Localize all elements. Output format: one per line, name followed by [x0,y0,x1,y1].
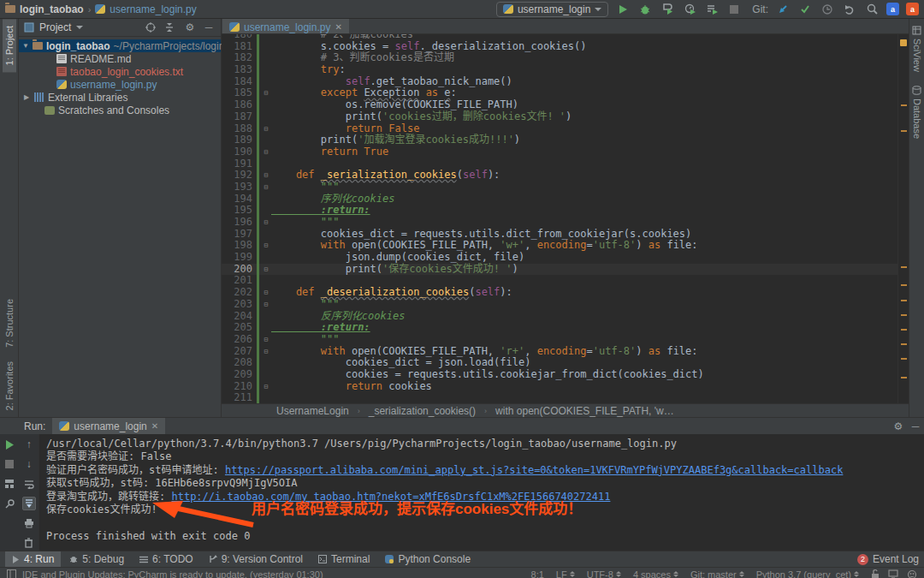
plugin-icon-blue[interactable]: a [886,3,899,15]
line-number[interactable]: 200 [222,264,252,276]
status-item-git-master[interactable]: Git: master [690,569,744,578]
history-button[interactable] [820,2,835,17]
bottom-tab-python-console[interactable]: Python Console [378,551,477,568]
run-concurrency-button[interactable] [704,2,720,17]
stop-button[interactable] [726,2,742,17]
line-number[interactable]: 181 [222,41,252,53]
status-item-python-3-7-query-cet-[interactable]: Python 3.7 (query_cet) [756,569,859,578]
tree-expand-icon[interactable]: ▼ [22,42,29,50]
tree-item-login-taobao[interactable]: ▼login_taobao ~/PycharmProjects/login_ta… [19,39,221,52]
breadcrumb-item[interactable]: with open(COOKIES_FILE_PATH, 'w… [495,405,674,417]
error-stripe-mark[interactable] [901,358,907,360]
breadcrumb-item[interactable]: _serialization_cookies() [369,405,476,417]
line-number[interactable]: 202 [222,287,252,299]
tree-expand-icon[interactable]: ▶ [22,93,31,101]
line-number[interactable]: 199 [222,252,252,264]
line-number[interactable]: 186 [222,99,252,111]
editor-tab-username-login[interactable]: username_login.py ✕ [222,19,349,33]
line-number[interactable]: 197 [222,229,252,241]
soft-wrap-icon[interactable] [22,477,36,491]
status-message[interactable]: IDE and Plugin Updates: PyCharm is ready… [22,569,323,578]
line-number[interactable]: 184 [222,76,252,88]
line-number[interactable]: 209 [222,369,252,381]
error-stripe-mark[interactable] [901,377,907,378]
bottom-tab-terminal[interactable]: Terminal [311,551,376,568]
fold-toggle-icon[interactable]: ⊟ [261,287,271,299]
console-link[interactable]: https://passport.alibaba.com/mini_apply_… [225,464,843,476]
fold-toggle-icon[interactable]: ⊟ [261,87,271,99]
tool-tab-database[interactable]: Database [911,79,923,146]
line-number[interactable]: 189 [222,134,252,146]
line-number[interactable]: 183 [222,64,252,76]
search-everywhere-icon[interactable] [864,2,880,17]
error-stripe-mark[interactable] [901,343,907,345]
fold-toggle-icon[interactable]: ⊟ [261,264,271,276]
bottom-tab-9-version-control[interactable]: 9: Version Control [202,551,310,568]
error-stripe-mark[interactable] [901,266,907,268]
event-log-button[interactable]: 2Event Log [857,553,919,565]
bottom-tab-5-debug[interactable]: 5: Debug [62,551,131,568]
tree-item-username-login-py[interactable]: username_login.py [19,78,221,91]
error-stripe-mark[interactable] [901,104,907,106]
line-number[interactable]: 205 [222,322,252,334]
breadcrumb-project[interactable]: login_taobao [20,3,84,15]
close-tab-icon[interactable]: ✕ [151,421,158,431]
clear-console-icon[interactable] [22,536,36,550]
close-tab-icon[interactable]: ✕ [335,22,341,32]
line-number[interactable]: 203 [222,299,252,311]
status-item-4-spaces[interactable]: 4 spaces [633,569,678,578]
up-stack-trace-icon[interactable]: ↑ [22,438,36,451]
fold-toggle-icon[interactable]: ⊟ [261,240,271,252]
fold-toggle-icon[interactable]: ⊟ [261,123,271,135]
restore-layout-icon[interactable] [3,477,16,491]
stop-button[interactable] [3,457,16,471]
line-number[interactable]: 196 [222,217,252,229]
tree-item-external-libraries[interactable]: ▶External Libraries [19,91,221,104]
tool-tab-favorites[interactable]: 2: Favorites [3,355,16,417]
line-number[interactable]: 195 [222,205,252,217]
plugin-icon-orange[interactable]: a [906,3,919,15]
fold-toggle-icon[interactable]: ⊟ [261,146,271,158]
line-number[interactable]: 208 [222,357,252,369]
line-number[interactable]: 211 [222,392,252,403]
bottom-tab-4-run[interactable]: 4: Run [5,551,61,568]
code-editor-surface[interactable]: 180 # 2、加载cookies181 s.cookies = self._d… [222,34,897,403]
line-number[interactable]: 190 [222,146,252,158]
project-panel-title[interactable]: Project [39,21,71,33]
line-number[interactable]: 182 [222,52,252,64]
tool-tab-sciview[interactable]: SciView [911,19,923,79]
run-configuration-select[interactable]: username_login [496,2,608,17]
tool-tab-project[interactable]: 1: Project [3,19,16,72]
error-stripe-mark[interactable] [901,329,907,331]
breadcrumb-file[interactable]: username_login.py [110,3,196,15]
tree-item-scratches-and-consoles[interactable]: Scratches and Consoles [19,104,221,116]
status-item-lf[interactable]: LF [556,569,575,578]
debug-button[interactable] [637,2,653,17]
fold-toggle-icon[interactable]: ⊟ [261,334,271,346]
highlighting-level-icon[interactable] [888,569,898,578]
line-number[interactable]: 191 [222,158,252,170]
fold-toggle-icon[interactable]: ⊟ [261,182,271,194]
line-number[interactable]: 192 [222,170,252,182]
git-update-button[interactable] [775,2,791,17]
run-console-output[interactable]: 用户名密码登录成功，提示保存cookies文件成功！ /usr/local/Ce… [39,434,924,551]
line-number[interactable]: 193 [222,182,252,194]
toolwindow-switcher-icon[interactable] [7,569,16,578]
tool-tab-structure[interactable]: 7: Structure [3,292,16,355]
run-settings-gear-icon[interactable]: ⚙ [890,420,907,432]
line-number[interactable]: 204 [222,311,252,323]
error-stripe-mark[interactable] [901,130,907,132]
error-stripe-mark[interactable] [901,314,907,316]
tree-item-taobao-login-cookies-txt[interactable]: taobao_login_cookies.txt [19,65,221,78]
rerun-button[interactable] [3,438,16,451]
line-number[interactable]: 185 [222,87,252,99]
bottom-tab-6-todo[interactable]: 6: TODO [133,551,200,568]
print-icon[interactable] [22,516,36,530]
line-number[interactable]: 194 [222,194,252,206]
run-with-coverage-button[interactable] [660,2,675,17]
inspection-status-icon[interactable] [900,39,907,46]
line-number[interactable]: 187 [222,111,252,123]
down-stack-trace-icon[interactable]: ↓ [22,457,36,471]
collapse-all-icon[interactable] [164,22,178,33]
line-number[interactable]: 201 [222,275,252,287]
